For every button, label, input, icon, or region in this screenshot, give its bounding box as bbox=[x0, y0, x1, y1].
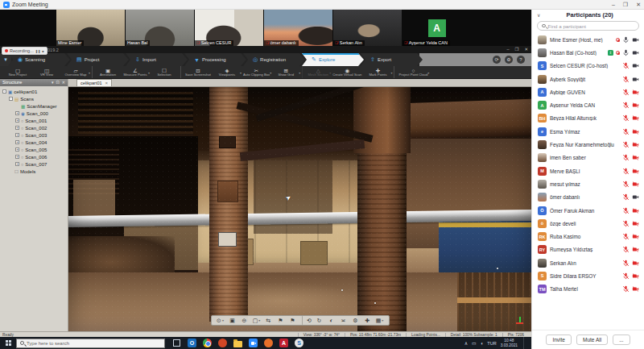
view-tool-button[interactable]: ⇆ ▾ bbox=[263, 316, 275, 325]
participant-row[interactable]: Feyza Nur Karamehmetoğlu ↥ bbox=[532, 138, 644, 151]
window-control-button[interactable]: ✕ bbox=[524, 46, 528, 53]
window-control-button[interactable]: ✕ bbox=[636, 0, 641, 10]
participant-row[interactable]: S Selcen CESUR (Co-host) ↥ bbox=[532, 60, 644, 73]
ribbon-tab[interactable]: ✎ Explore bbox=[302, 53, 364, 66]
participant-row[interactable]: Ö Ömer Faruk Akman ↥ bbox=[532, 204, 644, 217]
taskbar-app-icon[interactable] bbox=[217, 338, 228, 348]
view-tool-button[interactable]: ⟲ ▾ bbox=[302, 316, 313, 325]
tree-expander[interactable]: + bbox=[15, 126, 19, 130]
tree-item[interactable]: + ○ Scan_007 bbox=[0, 160, 68, 168]
tree-expander[interactable]: + bbox=[15, 133, 19, 137]
participant-row[interactable]: RK Ruba Kasimo ↥ bbox=[532, 230, 644, 243]
dropdown-caret-icon[interactable]: ▾ bbox=[258, 318, 260, 322]
document-tab[interactable]: celikpart01 × bbox=[76, 79, 112, 86]
tree-item[interactable]: + ◉ Scan_000 bbox=[0, 110, 68, 117]
toolbar-button[interactable]: ▢ New Project ▾ bbox=[3, 66, 32, 78]
tree-item[interactable]: - ▤ Scans bbox=[0, 95, 68, 102]
toolbar-button[interactable]: ◈ Viewpoints ▾ bbox=[213, 66, 242, 78]
ribbon-tab[interactable]: ⇩ Import bbox=[126, 53, 188, 66]
ribbon-tab[interactable]: ◎ Registration bbox=[243, 53, 305, 66]
participant-row[interactable]: RY Rumeysa Yıldıztaş ↥ bbox=[532, 243, 644, 256]
network-icon[interactable]: ▭ bbox=[472, 340, 477, 346]
video-tile[interactable]: 🎙̸ Mine Esmer bbox=[56, 10, 125, 46]
view-tool-button[interactable]: ◐ ▾ bbox=[326, 316, 337, 325]
tree-item[interactable]: + ○ Scan_001 bbox=[0, 117, 68, 124]
dropdown-caret-icon[interactable]: ▾ bbox=[382, 318, 383, 322]
view-tool-button[interactable]: ▣ ▾ bbox=[227, 316, 238, 325]
participant-row[interactable]: ö özge develi ↥ bbox=[532, 217, 644, 230]
tree-expander[interactable]: - bbox=[2, 89, 6, 93]
dropdown-caret-icon[interactable]: ▾ bbox=[299, 70, 300, 74]
toolbar-button[interactable]: ⊡ Save Screenshot ▾ bbox=[180, 66, 213, 78]
participant-row[interactable]: S Sidre Dilara ERSOY ↥ bbox=[532, 269, 644, 282]
panel-header-button[interactable]: ⊡ bbox=[56, 79, 60, 86]
ribbon-tab[interactable]: ▼ Processing bbox=[184, 53, 246, 66]
tree-item[interactable]: ☐ Models bbox=[0, 168, 68, 175]
notification-center-button[interactable] bbox=[523, 337, 526, 349]
close-tab-icon[interactable]: × bbox=[105, 81, 109, 85]
view-tool-button[interactable]: ⊙ ▾ bbox=[215, 316, 226, 325]
view-tool-button[interactable]: ⚑ ▾ bbox=[275, 316, 287, 325]
language-indicator[interactable]: TUR bbox=[487, 341, 496, 346]
taskbar-app-icon[interactable]: S bbox=[294, 338, 304, 348]
video-tile[interactable]: 🎙̸ Selcen CESUR bbox=[195, 10, 263, 46]
participant-row[interactable]: Ayberk Soyyiğit ↥ bbox=[532, 73, 644, 85]
participant-row[interactable]: TM Talha Mertel ↥ bbox=[532, 283, 644, 296]
toolbar-button[interactable]: ✂ Auto Clipping Box ▾ bbox=[242, 66, 271, 78]
tree-item[interactable]: + ○ Scan_003 bbox=[0, 131, 68, 139]
window-control-button[interactable]: ❐ bbox=[514, 46, 518, 53]
tree-item[interactable]: ▦ ScanManager bbox=[0, 102, 68, 110]
ribbon-tab[interactable]: ▤ Project bbox=[67, 53, 129, 66]
tree-expander[interactable]: + bbox=[15, 118, 19, 123]
tree-item[interactable]: - ▣ celikpart01 bbox=[0, 88, 68, 95]
participant-row[interactable]: Serkan Alın ↥ bbox=[532, 256, 644, 269]
ribbon-utility-icon[interactable]: ⚙ bbox=[505, 56, 513, 64]
ribbon-utility-icon[interactable]: ⟳ bbox=[493, 56, 501, 64]
tree-expander[interactable]: - bbox=[9, 97, 13, 101]
taskbar-app-icon[interactable] bbox=[233, 338, 243, 348]
ribbon-utility-icon[interactable]: ? bbox=[517, 56, 525, 64]
invite-button[interactable]: Invite bbox=[546, 334, 572, 345]
video-tile[interactable]: 🎙̸ ömer dabanlı bbox=[264, 10, 332, 46]
dropdown-caret-icon[interactable]: ▾ bbox=[222, 318, 224, 322]
view-tool-button[interactable]: ▢ ▾ bbox=[251, 316, 262, 325]
participant-row[interactable]: A Aybige GUVEN ↥ bbox=[532, 85, 644, 98]
participant-row[interactable]: e Esma Yılmaz ↥ bbox=[532, 125, 644, 138]
toolbar-button[interactable]: ▣ Annotation ▾ bbox=[92, 66, 121, 78]
view-tool-button[interactable]: ✚ ▾ bbox=[362, 316, 374, 325]
window-control-button[interactable]: ❐ bbox=[623, 0, 628, 10]
view-tool-button[interactable]: ⚑ ▾ bbox=[287, 316, 299, 325]
toolbar-button[interactable]: ◫ VR View ▾ bbox=[32, 66, 61, 78]
panel-header-button[interactable]: ▾ bbox=[52, 79, 54, 86]
tree-expander[interactable]: + bbox=[15, 155, 19, 159]
toolbar-button[interactable]: ▱ Overview Map ▾ bbox=[61, 66, 90, 78]
toolbar-button[interactable]: ☐ Selection ▾ bbox=[150, 66, 179, 78]
tree-expander[interactable]: + bbox=[15, 111, 19, 115]
tree-expander[interactable]: + bbox=[15, 140, 19, 144]
taskbar-app-icon[interactable]: O bbox=[187, 338, 197, 348]
taskbar-app-icon[interactable] bbox=[171, 338, 182, 348]
participant-row[interactable]: Mine Esmer (Host, me) ↥ bbox=[532, 33, 644, 46]
video-tile[interactable]: 🎙̸ Hasan Bal bbox=[126, 10, 194, 46]
taskbar-app-icon[interactable] bbox=[202, 338, 213, 348]
tray-collapse-icon[interactable]: ∧ bbox=[464, 340, 468, 346]
point-cloud-viewport[interactable]: ➤ ⊙ ▾ ▣ ▾ ⊖ bbox=[68, 87, 531, 331]
toolbar-button[interactable]: ⊞ Show Grid ▾ bbox=[271, 66, 300, 78]
tree-item[interactable]: + ○ Scan_006 bbox=[0, 153, 68, 160]
tree-expander[interactable]: + bbox=[15, 162, 19, 166]
dropdown-caret-icon[interactable]: ▾ bbox=[89, 70, 90, 74]
stop-recording-button[interactable]: ■ bbox=[42, 49, 43, 53]
tree-item[interactable]: + ○ Scan_004 bbox=[0, 139, 68, 146]
clock[interactable]: 10:48 3.03.2021 bbox=[501, 339, 518, 347]
taskbar-app-icon[interactable] bbox=[248, 338, 258, 348]
participant-row[interactable]: M Merve BAŞLI ↥ bbox=[532, 164, 644, 177]
ribbon-tab[interactable]: ⇧ Export bbox=[361, 53, 423, 66]
volume-icon[interactable]: ◖ bbox=[481, 341, 484, 346]
view-tool-button[interactable]: ⚙ ▾ bbox=[350, 316, 361, 325]
tree-item[interactable]: + ○ Scan_005 bbox=[0, 146, 68, 153]
video-tile[interactable]: 🎙̸ Serkan Alın bbox=[333, 10, 402, 46]
panel-header-button[interactable]: ✕ bbox=[62, 79, 65, 86]
taskbar-app-icon[interactable]: A bbox=[279, 338, 289, 348]
participant-row[interactable]: ömer dabanlı ↥ bbox=[532, 191, 644, 204]
toolbar-button[interactable]: ○ Project Point Cloud ▾ bbox=[394, 66, 429, 78]
